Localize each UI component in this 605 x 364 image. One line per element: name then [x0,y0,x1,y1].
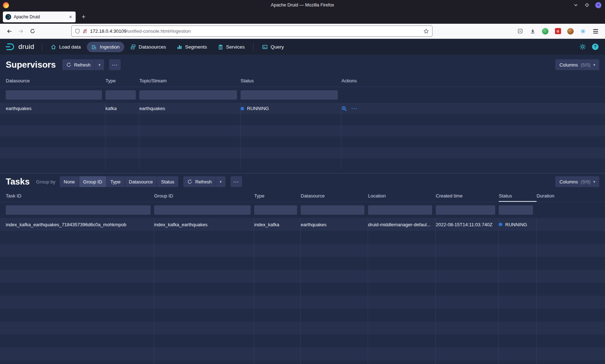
tasks-type-filter-input[interactable] [254,205,297,215]
tab-close-icon[interactable]: × [68,14,73,20]
extension-green-icon[interactable] [539,26,551,37]
downloads-icon[interactable] [527,26,538,37]
empty-row [0,125,605,136]
column-header[interactable]: Group ID [154,190,254,202]
column-header[interactable]: Created time [436,190,499,202]
url-bar[interactable]: 172.18.0.4:30109/unified-console.html#in… [71,26,433,37]
group-by-group-id-button[interactable]: Group ID [79,176,106,187]
tasks-group-id-filter-input[interactable] [154,205,251,215]
supervisors-refresh-caret-button[interactable]: ▾ [95,59,104,70]
supervisors-refresh-button[interactable]: Refresh [62,59,95,70]
tasks-columns-button[interactable]: Columns (9/9) ▾ [555,176,599,187]
status-dot-icon [241,107,244,110]
extension-snowflake-icon[interactable] [577,26,589,37]
database-icon [218,44,223,50]
cell-status: RUNNING [241,103,341,114]
tasks-table: Task ID Group ID Type Datasource Locatio… [0,190,605,364]
extension-avatar-icon[interactable] [565,26,576,37]
supervisors-more-button[interactable]: ··· [109,59,121,70]
column-header[interactable]: Location [368,190,436,202]
bar-chart-icon [177,44,182,50]
row-actions-more-icon[interactable]: ··· [351,106,358,112]
forward-icon[interactable] [15,26,27,37]
back-icon[interactable] [4,26,15,37]
nav-label: Query [270,44,284,50]
menu-hamburger-icon[interactable] [590,26,601,37]
column-header[interactable]: Duration [537,190,605,202]
supervisors-table: Datasource Type Topic/Stream Status Acti… [0,75,605,170]
supervisors-columns-button[interactable]: Columns (5/5) ▾ [555,59,599,70]
group-by-status-button[interactable]: Status [157,176,178,187]
druid-logo-icon [5,43,16,51]
supervisors-status-filter-input[interactable] [241,90,338,100]
column-header[interactable]: Datasource [301,190,368,202]
supervisors-table-header: Datasource Type Topic/Stream Status Acti… [0,75,605,87]
tasks-more-button[interactable]: ··· [230,176,242,187]
supervisors-topic-filter-input[interactable] [139,90,237,100]
help-icon[interactable]: ? [592,44,599,50]
druid-logo[interactable]: druid [5,43,34,51]
empty-row [0,347,605,360]
task-row[interactable]: index_kafka_earthquakes_7184357396d6c0a_… [0,218,605,231]
empty-row [0,114,605,125]
column-header[interactable]: Actions [341,75,605,87]
nav-label: Ingestion [100,44,120,50]
column-header[interactable]: Type [254,190,301,202]
bookmark-star-icon[interactable] [424,28,429,34]
browser-tab[interactable]: Apache Druid × [3,12,76,22]
tasks-datasource-filter-input[interactable] [301,205,364,215]
chevron-down-icon: ▾ [99,63,101,67]
minimize-icon[interactable] [573,2,579,8]
column-header-sorted[interactable]: Status [499,190,537,202]
tasks-refresh-button[interactable]: Refresh [183,176,216,187]
empty-row [0,136,605,147]
nav-ingestion[interactable]: Ingestion [87,42,124,52]
group-by-datasource-button[interactable]: Datasource [125,176,157,187]
tasks-task-id-filter-input[interactable] [6,205,151,215]
tasks-status-filter-input[interactable] [499,205,533,215]
empty-row [0,322,605,335]
maximize-icon[interactable] [584,2,590,8]
tasks-refresh-caret-button[interactable]: ▾ [216,176,225,187]
supervisor-row[interactable]: earthquakes kafka earthquakes RUNNING ··… [0,103,605,114]
tracking-shield-icon[interactable] [75,28,80,34]
nav-datasources[interactable]: Datasources [126,42,171,52]
new-tab-button[interactable]: + [79,12,89,22]
chevron-down-icon: ▾ [220,179,222,184]
supervisors-title: Supervisors [6,60,56,70]
cell-type: kafka [106,103,139,114]
group-by-type-button[interactable]: Type [107,176,125,187]
nav-label: Datasources [139,44,166,50]
nav-segments[interactable]: Segments [172,42,212,52]
section-splitter[interactable] [0,170,605,173]
nav-query[interactable]: Query [257,42,288,52]
column-header[interactable]: Task ID [6,190,154,202]
supervisors-table-body: earthquakes kafka earthquakes RUNNING ··… [0,103,605,170]
close-icon[interactable]: × [595,2,601,8]
column-header[interactable]: Datasource [6,75,106,87]
tasks-location-filter-input[interactable] [368,205,432,215]
refresh-icon [187,179,192,184]
url-text: 172.18.0.4:30109/unified-console.html#in… [90,28,191,34]
column-header[interactable]: Topic/Stream [139,75,241,87]
home-icon [51,44,56,50]
cell-datasource: earthquakes [6,103,106,114]
nav-load-data[interactable]: Load data [46,42,85,52]
ublock-origin-icon[interactable]: u [552,26,564,37]
nav-label: Services [226,44,245,50]
tasks-created-time-filter-input[interactable] [436,205,495,215]
header-right: ? [579,44,600,50]
group-by-none-button[interactable]: None [60,176,79,187]
nav-services[interactable]: Services [213,42,250,52]
settings-gear-icon[interactable] [579,44,586,50]
pocket-save-icon[interactable] [514,26,526,37]
supervisors-datasource-filter-input[interactable] [6,90,102,100]
empty-row [0,159,605,170]
insecure-lock-icon[interactable] [82,28,88,34]
column-header[interactable]: Type [106,75,139,87]
window-controls: × [573,2,605,8]
column-header[interactable]: Status [241,75,341,87]
supervisors-type-filter-input[interactable] [106,90,136,100]
magnifier-icon[interactable] [341,106,347,112]
reload-icon[interactable] [27,26,38,37]
